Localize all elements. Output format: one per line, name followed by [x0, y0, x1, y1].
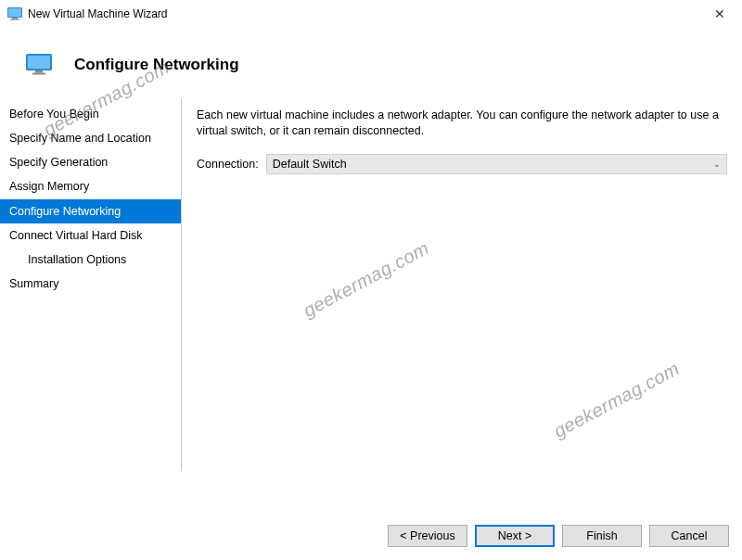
- wizard-body: Before You Begin Specify Name and Locati…: [0, 98, 742, 512]
- sidebar-item-label: Specify Name and Location: [9, 132, 151, 145]
- chevron-down-icon: ⌄: [713, 159, 721, 169]
- step-assign-memory[interactable]: Assign Memory: [0, 174, 181, 198]
- connection-field: Connection: Default Switch ⌄: [197, 154, 727, 174]
- sidebar-item-label: Specify Generation: [9, 156, 108, 169]
- window-title: New Virtual Machine Wizard: [28, 7, 168, 20]
- sidebar-item-label: Installation Options: [28, 253, 126, 266]
- step-installation-options[interactable]: Installation Options: [0, 248, 181, 272]
- svg-rect-2: [12, 18, 18, 19]
- svg-rect-3: [10, 19, 19, 20]
- step-specify-generation[interactable]: Specify Generation: [0, 150, 181, 174]
- wizard-window: New Virtual Machine Wizard ✕ Configure N…: [0, 0, 742, 560]
- wizard-header: Configure Networking: [0, 28, 742, 98]
- sidebar-item-label: Connect Virtual Hard Disk: [9, 229, 143, 242]
- step-specify-name-location[interactable]: Specify Name and Location: [0, 126, 181, 150]
- steps-sidebar: Before You Begin Specify Name and Locati…: [0, 98, 182, 471]
- previous-button[interactable]: < Previous: [388, 525, 467, 547]
- step-before-you-begin[interactable]: Before You Begin: [0, 102, 181, 126]
- wizard-content: Each new virtual machine includes a netw…: [182, 98, 742, 512]
- button-label: Cancel: [672, 529, 708, 542]
- svg-rect-7: [32, 73, 45, 75]
- page-title: Configure Networking: [74, 56, 239, 74]
- step-configure-networking[interactable]: Configure Networking: [0, 199, 181, 223]
- step-connect-vhd[interactable]: Connect Virtual Hard Disk: [0, 223, 181, 248]
- button-label: Next >: [498, 529, 531, 542]
- svg-rect-5: [28, 56, 50, 69]
- connection-select[interactable]: Default Switch ⌄: [266, 154, 727, 174]
- close-icon[interactable]: ✕: [707, 4, 733, 24]
- sidebar-item-label: Before You Begin: [9, 108, 99, 121]
- titlebar-left: New Virtual Machine Wizard: [7, 7, 168, 20]
- app-icon: [7, 7, 22, 20]
- monitor-icon: [26, 54, 52, 76]
- connection-value: Default Switch: [273, 158, 347, 171]
- wizard-footer: < Previous Next > Finish Cancel: [0, 512, 742, 560]
- svg-rect-6: [35, 70, 43, 73]
- sidebar-item-label: Summary: [9, 277, 58, 290]
- button-label: < Previous: [400, 529, 454, 542]
- description-text: Each new virtual machine includes a netw…: [197, 108, 727, 139]
- finish-button[interactable]: Finish: [562, 525, 642, 547]
- titlebar: New Virtual Machine Wizard ✕: [0, 0, 742, 28]
- sidebar-item-label: Configure Networking: [9, 205, 121, 218]
- next-button[interactable]: Next >: [475, 525, 555, 547]
- sidebar-item-label: Assign Memory: [9, 180, 89, 193]
- cancel-button[interactable]: Cancel: [649, 525, 729, 547]
- button-label: Finish: [586, 529, 617, 542]
- step-summary[interactable]: Summary: [0, 272, 181, 296]
- connection-label: Connection:: [197, 158, 259, 171]
- svg-rect-1: [8, 8, 21, 17]
